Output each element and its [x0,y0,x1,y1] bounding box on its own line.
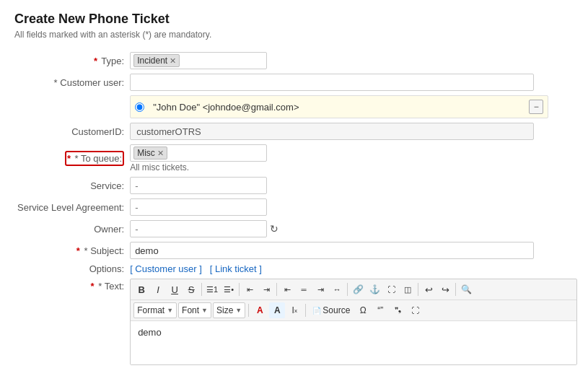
to-queue-label-text: * To queue: [75,153,123,164]
to-queue-row: * * To queue: Misc ✕ All misc tickets. [14,142,580,175]
text-label-cell: * * Text: [14,276,127,367]
toolbar-sep-3 [276,283,277,296]
customer-user-input[interactable] [130,74,534,91]
text-row: * * Text: B I U S ☰1 ☰• ⇤ [14,276,580,367]
customer-user-input-cell [127,71,580,93]
subject-label-text: * Subject: [84,245,124,256]
customer-email-radio[interactable] [135,102,144,112]
quote-button[interactable]: “” [372,302,388,318]
toolbar-sep-8 [305,304,306,317]
customer-id-label-text: CustomerID: [71,126,124,137]
source-button[interactable]: 📄 Source [309,302,354,318]
table-button[interactable]: ◫ [400,281,416,297]
image-button[interactable]: ⛶ [383,281,399,297]
bold-button[interactable]: B [133,281,149,297]
to-queue-label-cell: * * To queue: [14,142,127,175]
to-queue-tag-text: Misc [137,148,155,158]
form-table: * Type: Incident ✕ * Customer user: [14,50,580,367]
refresh-icon[interactable]: ↻ [270,223,278,235]
service-label-text: Service: [90,180,124,191]
text-content-area[interactable]: demo [131,321,576,364]
customer-user-label-cell: * Customer user: [14,71,127,93]
type-input-cell: Incident ✕ [127,50,580,71]
owner-input-cell: ↻ [127,218,580,240]
align-right-button[interactable]: ⇥ [312,281,328,297]
toolbar-sep-4 [347,283,348,296]
toolbar-sep-6 [455,283,456,296]
options-label-cell: Options: [14,261,127,276]
sla-input[interactable] [130,198,267,216]
subject-star: * [76,245,80,256]
strikethrough-button[interactable]: S [183,281,199,297]
link-button[interactable]: 🔗 [350,281,366,297]
text-color-button[interactable]: A [252,302,268,318]
customer-id-input-cell: customerOTRS [127,121,580,142]
sla-label-text: Service Level Agreement: [17,202,124,213]
customer-id-row: CustomerID: customerOTRS [14,121,580,142]
background-color-button[interactable]: A [269,302,285,318]
service-input-cell [127,175,580,196]
customer-user-link[interactable]: [ Customer user ] [130,263,202,274]
justify-button[interactable]: ↔ [329,281,345,297]
text-star: * [91,281,95,292]
link-ticket-link[interactable]: [ Link ticket ] [210,263,262,274]
type-tag-close[interactable]: ✕ [170,57,176,65]
customer-email-label-cell [14,93,127,121]
redo-button[interactable]: ↪ [437,281,453,297]
font-dropdown-label: Font [182,305,199,315]
subject-input[interactable] [130,242,534,259]
font-dropdown-chevron: ▼ [201,307,208,314]
align-left-button[interactable]: ⇤ [279,281,295,297]
font-dropdown[interactable]: Font ▼ [178,302,211,318]
type-tag: Incident ✕ [133,54,180,67]
find-button[interactable]: 🔍 [458,281,474,297]
type-label-text: Type: [101,56,124,66]
italic-button[interactable]: I [150,281,166,297]
toolbar-sep-1 [201,283,202,296]
page-title: Create New Phone Ticket [14,12,574,27]
toolbar-sep-2 [239,283,240,296]
align-center-button[interactable]: ═ [296,281,312,297]
customer-id-label-cell: CustomerID: [14,121,127,142]
clear-format-button[interactable]: Ix [286,302,302,318]
unordered-list-button[interactable]: ☰• [221,281,237,297]
service-input[interactable] [130,177,267,194]
options-links-cell: [ Customer user ] [ Link ticket ] [127,261,580,276]
type-tag-input[interactable]: Incident ✕ [130,52,267,69]
to-queue-tag-close[interactable]: ✕ [157,149,164,157]
owner-label-cell: Owner: [14,218,127,240]
owner-input[interactable] [130,220,267,237]
to-queue-star: * [67,153,71,164]
service-row: Service: [14,175,580,196]
sla-row: Service Level Agreement: [14,196,580,218]
customer-id-value: customerOTRS [130,123,534,140]
all-misc-text: All misc tickets. [130,162,577,172]
to-queue-border: * * To queue: [65,151,124,166]
toolbar-row-1: B I U S ☰1 ☰• ⇤ ⇥ ⇤ ═ ⇥ ↔ [131,279,576,300]
customer-email-input-cell: − [127,93,580,121]
customer-email-text-input[interactable] [149,98,526,115]
customer-email-row: − [14,93,580,121]
format-dropdown[interactable]: Format ▼ [133,302,177,318]
special-char-button[interactable]: Ω [355,302,371,318]
undo-button[interactable]: ↩ [421,281,436,297]
outdent-button[interactable]: ⇤ [242,281,258,297]
options-row: Options: [ Customer user ] [ Link ticket… [14,261,580,276]
size-dropdown[interactable]: Size ▼ [213,302,245,318]
subject-label-cell: * * Subject: [14,240,127,261]
to-queue-tag-input[interactable]: Misc ✕ [130,144,267,162]
owner-label-text: Owner: [94,224,124,235]
text-label-text: * Text: [98,281,124,292]
collapse-button[interactable]: − [529,100,543,114]
subject-row: * * Subject: [14,240,580,261]
underline-button[interactable]: U [167,281,183,297]
ordered-list-button[interactable]: ☰1 [204,281,220,297]
toolbar-row-2: Format ▼ Font ▼ Size ▼ A A [131,300,576,321]
fullscreen-button[interactable]: ⛶ [407,302,423,318]
format-quote-button[interactable]: ❞❟ [390,302,405,318]
customer-user-label-text: * Customer user: [54,77,125,88]
indent-button[interactable]: ⇥ [258,281,274,297]
unlink-button[interactable]: ⚓ [367,281,382,297]
toolbar-sep-5 [418,283,418,296]
subject-input-cell [127,240,580,261]
